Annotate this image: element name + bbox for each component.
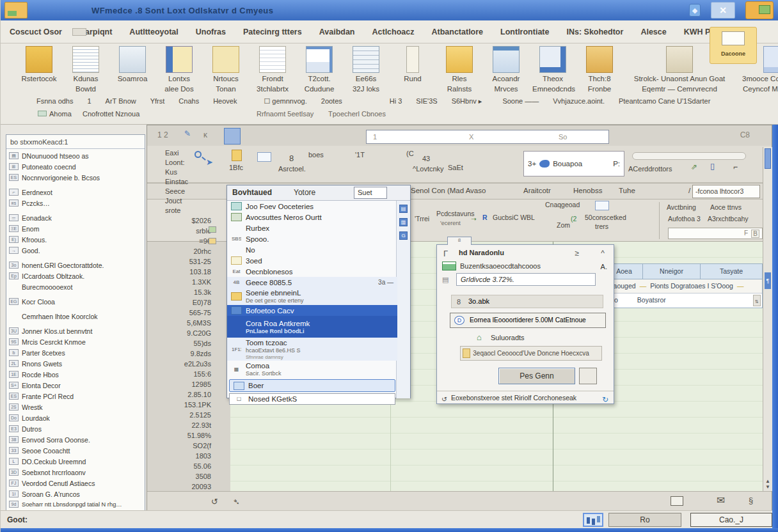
header-cell[interactable]: Tuhe [619, 187, 635, 194]
rail-number[interactable]: 5,6M3S [163, 318, 215, 328]
rail-number[interactable]: 12985 [163, 379, 215, 389]
mail-icon[interactable]: ✉ [717, 494, 725, 506]
sidebar-item[interactable]: Burecmooooexot [6, 281, 145, 292]
rail-number[interactable]: 2.5125 [163, 410, 215, 420]
sub-label[interactable]: GucbsiC WBL [493, 214, 535, 221]
pen-icon[interactable]: ✎ [184, 129, 191, 138]
rail-number[interactable]: 153.1PK [163, 400, 215, 410]
dropdown-menu-item[interactable]: 3oed [227, 255, 397, 266]
sub-label[interactable]: Aoce ttnvs [710, 203, 742, 211]
rail-number[interactable]: 2.85.10 [163, 389, 215, 400]
rail-number[interactable]: e2L2u3s [163, 359, 215, 369]
dropdown-menu-item[interactable]: Avocsuttes Neros Ourtt [227, 212, 397, 223]
dropdown-menu-item[interactable]: No [227, 244, 397, 255]
ribbon-button[interactable]: Kdunas Bowtd [65, 45, 106, 94]
menu-item[interactable]: Patecinrg ttters [243, 27, 302, 36]
sidebar-item[interactable]: ES Nocnnvorigoneie b. Bcsos [6, 172, 145, 183]
rail-number[interactable]: 15.3k [163, 287, 215, 297]
sidebar-item[interactable]: EG Kocr Clooa [6, 296, 145, 307]
sidebar-search-input[interactable] [6, 135, 145, 149]
sidebar-item[interactable]: 2L Rnons Gwets [6, 358, 145, 369]
dropdown-menu-item[interactable]: Eat Oecnblonesos [227, 266, 397, 277]
rail-number[interactable]: 9.8zds [163, 348, 215, 359]
sidebar-item[interactable]: Ep ICcardoats Obltzaok. [6, 270, 145, 281]
list-level-icons[interactable]: 1 2 [157, 130, 168, 139]
dropdown-menu-item[interactable]: Cora Roa Antkremk PnLlaoe Ronl bOodLi [227, 316, 397, 338]
formula-bar[interactable]: 1 X So [366, 130, 609, 144]
sidebar-item[interactable]: 3o honent.GRl Goectorattdote. [6, 260, 145, 270]
rail-number[interactable]: E0)78 [163, 297, 215, 308]
toolbar-label[interactable]: boes [308, 151, 324, 159]
scrollbar-arrows[interactable]: ▲▼ [764, 478, 772, 490]
section-icon[interactable]: § [749, 496, 753, 505]
menu-item[interactable]: Autltteoyotal [129, 27, 178, 36]
sidebar-item[interactable]: 9d Soeharr ntt Lbnsdonpgd tatial N rhg… [6, 499, 145, 509]
side-table-row[interactable]: EoBoyatsror ⇅ [606, 293, 762, 308]
toolbar-label[interactable]: ACerddrottors [628, 165, 672, 173]
sidebar-item[interactable]: 33 Seooe Cooachtt [6, 445, 145, 456]
toolbar-label[interactable]: SaEt [448, 164, 463, 171]
ribbon-small-button[interactable]: Cnahs [179, 97, 199, 106]
rail-number[interactable]: 1.3XK [163, 277, 215, 287]
dialog-tab[interactable]: 8 [447, 237, 472, 245]
menu-item[interactable]: Unofras [196, 27, 226, 36]
menu-item[interactable]: Atbanctatlore [432, 27, 484, 36]
name-box[interactable]: 3+ Bouapoa P: [523, 151, 624, 176]
rail-number[interactable]: 51.98% [163, 430, 215, 441]
back-arrow-icon[interactable]: ↺ [211, 497, 218, 506]
dropdown-menu-item[interactable]: 4B Geece 8085.5 3a — [227, 277, 397, 288]
dropdown-suet-box[interactable]: Suet [354, 187, 387, 199]
sidebar-item[interactable]: 3D Soebxnot hrcrrloaonv [6, 467, 145, 478]
ribbon-small-button[interactable]: Yfrst [150, 97, 165, 106]
chart-button[interactable] [583, 513, 603, 527]
dropdown-menu-item[interactable]: Soenie ebnneinL De oet gexc ote erteny [227, 288, 397, 305]
sidebar-item[interactable]: 38 Eonvod Sorra Ooonse. [6, 434, 145, 445]
toolbar-label[interactable]: Asrctoel. [278, 165, 306, 173]
redo-arrow-icon[interactable]: ⇗ [691, 162, 697, 171]
bell-icon[interactable]: ◆ [689, 4, 701, 17]
rail-number[interactable]: 9.C20G [163, 328, 215, 338]
sidebar-item[interactable]: ⌐ Eerdnexot [6, 187, 145, 198]
rail-icon[interactable]: ▤ [399, 205, 408, 213]
sidebar-item[interactable]: Do Lourdaok [6, 412, 145, 423]
rail-number[interactable]: 565-75 [163, 308, 215, 318]
ro-button[interactable]: Ro [608, 513, 681, 527]
window-icon[interactable] [257, 152, 271, 162]
dropdown-menu-item[interactable]: SBS Spooo. [227, 233, 397, 244]
rail-label[interactable]: Kus [163, 168, 215, 177]
ribbon-small-button[interactable]: Soone —— [502, 97, 539, 106]
sidebar-item[interactable]: 9S Mrcis Cesrckt Knmoe [6, 336, 145, 347]
yellow-doc-icon[interactable] [232, 150, 242, 161]
menu-item[interactable]: Avaibdan [319, 27, 355, 36]
table-scrollbar[interactable]: ⇅ [753, 295, 761, 306]
rail-number[interactable]: 103.18 [163, 267, 215, 277]
panel-icon[interactable]: ▯ [710, 161, 715, 171]
rail-number[interactable]: =96 [163, 236, 215, 246]
rail-label[interactable]: Eaxi [163, 148, 215, 158]
rail-number[interactable]: 55.06 [163, 461, 215, 471]
ribbon-small-button[interactable]: S6Hbnv ▸ [452, 97, 482, 106]
ribbon-button[interactable]: Ee66s 32J loks [345, 45, 386, 94]
sidebar-item[interactable]: ⊞ Putoneato coecnd [6, 161, 145, 172]
highlighted-tool-button[interactable] [224, 128, 241, 145]
scrollbar-thumb[interactable] [765, 148, 771, 169]
sidebar-item[interactable]: E) Kfroous. [6, 234, 145, 245]
menu-small-button[interactable] [72, 28, 86, 36]
rail-label[interactable]: Loont: [163, 158, 215, 168]
header-cell[interactable]: Senol Con (Mad Avaso [411, 187, 486, 194]
rail-number[interactable]: SO2(f [163, 441, 215, 451]
dialog-input2[interactable]: 3eqaocl Ceooocd'Uve Doncne Hoecxcva [460, 346, 602, 361]
close-icon[interactable]: ✕ [711, 2, 735, 19]
k-icon[interactable]: ĸ [203, 130, 207, 139]
ribbon-button[interactable]: Rstertocok [19, 45, 60, 94]
sidebar-item[interactable]: b Parter 8cetxes [6, 347, 145, 358]
dropdown-menu-item[interactable]: Boer [229, 379, 395, 392]
rail-label[interactable]: srote [163, 206, 215, 215]
dialog-secondary-button[interactable] [579, 368, 597, 384]
sidebar-item[interactable]: ʀs Pczcks… [6, 198, 145, 208]
ribbon-button[interactable]: Nrtoucs Tonan [205, 45, 246, 94]
dialog-option-row[interactable]: 8 3o.abk [451, 295, 603, 308]
sidebar-item[interactable]: ᆖ Eonadack [6, 212, 145, 223]
ribbon-button[interactable]: Theox Emneodcnds [532, 45, 573, 94]
rail-label[interactable]: Einstac [163, 177, 215, 187]
